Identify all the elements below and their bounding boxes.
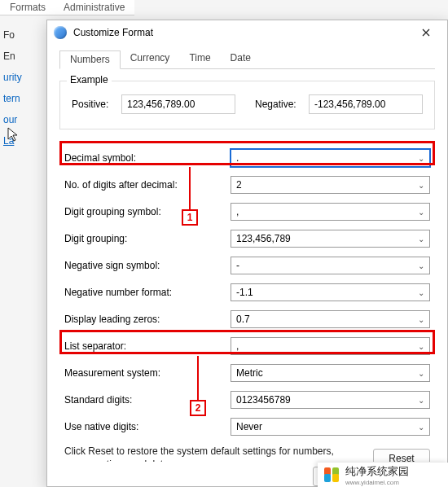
negative-label: Negative: — [255, 99, 304, 110]
close-button[interactable] — [410, 22, 442, 43]
customize-format-dialog: Customize Format Numbers Currency Time D… — [46, 20, 448, 487]
dialog-title: Customize Format — [73, 27, 410, 38]
row-leading-zeros: Display leading zeros: 0.7 ⌄ — [59, 310, 435, 328]
globe-icon — [54, 26, 67, 39]
label-list-separator: List separator: — [64, 340, 227, 352]
watermark-branding: 纯净系统家园 www.yidaimei.com — [318, 463, 448, 487]
annotation-line-1 — [189, 167, 191, 209]
combo-digits-after-decimal[interactable]: 2 ⌄ — [231, 176, 430, 194]
value-use-native-digits: Never — [236, 421, 416, 432]
tab-date[interactable]: Date — [221, 50, 261, 68]
combo-measurement-system[interactable]: Metric ⌄ — [231, 364, 430, 382]
chevron-down-icon: ⌄ — [416, 181, 426, 190]
tab-currency[interactable]: Currency — [121, 50, 180, 68]
dialog-content: Numbers Currency Time Date Example Posit… — [47, 45, 447, 462]
value-digits-after-decimal: 2 — [236, 179, 416, 191]
bg-tab-administrative: Administrative — [59, 0, 130, 15]
row-standard-digits: Standard digits: 0123456789 ⌄ — [59, 391, 435, 409]
chevron-down-icon: ⌄ — [416, 342, 426, 351]
label-digit-grouping: Digit grouping: — [64, 233, 227, 244]
row-negative-sign-symbol: Negative sign symbol: - ⌄ — [59, 257, 435, 274]
label-negative-sign-symbol: Negative sign symbol: — [64, 260, 227, 271]
tab-numbers[interactable]: Numbers — [59, 50, 121, 69]
value-digit-grouping-symbol: , — [236, 206, 416, 217]
chevron-down-icon: ⌄ — [416, 261, 426, 270]
label-digit-grouping-symbol: Digit grouping symbol: — [64, 206, 227, 217]
row-negative-number-format: Negative number format: -1.1 ⌄ — [59, 283, 435, 301]
annotation-callout-2: 2 — [190, 400, 206, 416]
chevron-down-icon: ⌄ — [416, 288, 426, 297]
combo-decimal-symbol[interactable]: . ⌄ — [231, 149, 430, 167]
brand-logo-icon — [323, 466, 340, 484]
combo-digit-grouping[interactable]: 123,456,789 ⌄ — [231, 230, 430, 248]
chevron-down-icon: ⌄ — [416, 423, 426, 432]
example-legend: Example — [67, 74, 112, 86]
combo-negative-number-format[interactable]: -1.1 ⌄ — [231, 283, 430, 301]
row-decimal-symbol: Decimal symbol: . ⌄ — [59, 149, 435, 167]
tab-time[interactable]: Time — [179, 50, 220, 68]
label-use-native-digits: Use native digits: — [64, 421, 227, 432]
negative-value: -123,456,789.00 — [309, 94, 423, 114]
cursor-arrow-icon — [6, 126, 22, 143]
combo-standard-digits[interactable]: 0123456789 ⌄ — [231, 391, 430, 409]
combo-use-native-digits[interactable]: Never ⌄ — [231, 418, 430, 436]
label-decimal-symbol: Decimal symbol: — [64, 152, 227, 164]
reset-button[interactable]: Reset — [373, 449, 430, 462]
combo-leading-zeros[interactable]: 0.7 ⌄ — [231, 310, 430, 328]
chevron-down-icon: ⌄ — [416, 154, 426, 163]
row-use-native-digits: Use native digits: Never ⌄ — [59, 418, 435, 436]
row-digit-grouping-symbol: Digit grouping symbol: , ⌄ — [59, 203, 435, 221]
value-leading-zeros: 0.7 — [236, 314, 416, 325]
value-standard-digits: 0123456789 — [236, 394, 416, 406]
value-decimal-symbol: . — [236, 152, 416, 164]
row-digits-after-decimal: No. of digits after decimal: 2 ⌄ — [59, 176, 435, 194]
dialog-titlebar: Customize Format — [47, 20, 447, 45]
chevron-down-icon: ⌄ — [416, 369, 426, 378]
row-digit-grouping: Digit grouping: 123,456,789 ⌄ — [59, 230, 435, 248]
chevron-down-icon: ⌄ — [416, 208, 426, 217]
chevron-down-icon: ⌄ — [416, 315, 426, 324]
label-measurement-system: Measurement system: — [64, 367, 227, 379]
background-tabstrip: Formats Administrative — [0, 0, 134, 15]
annotation-line-2 — [197, 356, 199, 400]
label-leading-zeros: Display leading zeros: — [64, 314, 227, 325]
reset-hint-row: Click Reset to restore the system defaul… — [59, 445, 435, 462]
combo-list-separator[interactable]: , ⌄ — [231, 337, 430, 355]
positive-label: Positive: — [72, 99, 116, 110]
positive-value: 123,456,789.00 — [121, 94, 235, 114]
bg-tab-formats: Formats — [5, 0, 51, 15]
label-digits-after-decimal: No. of digits after decimal: — [64, 179, 227, 191]
combo-negative-sign-symbol[interactable]: - ⌄ — [231, 257, 430, 274]
form-area: Decimal symbol: . ⌄ No. of digits after … — [59, 149, 435, 436]
value-measurement-system: Metric — [236, 367, 416, 379]
label-negative-number-format: Negative number format: — [64, 287, 227, 298]
combo-digit-grouping-symbol[interactable]: , ⌄ — [231, 203, 430, 221]
row-list-separator: List separator: , ⌄ — [59, 337, 435, 355]
value-negative-sign-symbol: - — [236, 260, 416, 271]
row-measurement-system: Measurement system: Metric ⌄ — [59, 364, 435, 382]
value-negative-number-format: -1.1 — [236, 287, 416, 298]
brand-url: www.yidaimei.com — [345, 479, 409, 486]
brand-name: 纯净系统家园 — [345, 464, 409, 479]
annotation-callout-1: 1 — [182, 209, 198, 226]
example-groupbox: Example Positive: 123,456,789.00 Negativ… — [59, 81, 435, 129]
chevron-down-icon: ⌄ — [416, 235, 426, 244]
value-digit-grouping: 123,456,789 — [236, 233, 416, 244]
chevron-down-icon: ⌄ — [416, 396, 426, 405]
tabstrip: Numbers Currency Time Date — [59, 50, 435, 69]
reset-hint-text: Click Reset to restore the system defaul… — [64, 445, 357, 462]
value-list-separator: , — [236, 340, 416, 352]
